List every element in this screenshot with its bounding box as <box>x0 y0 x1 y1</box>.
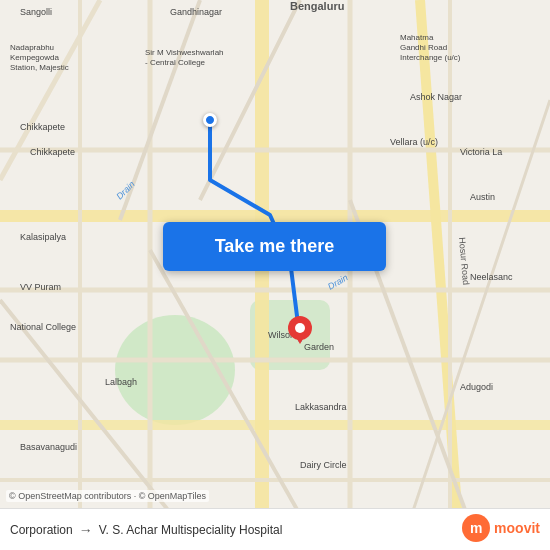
svg-text:Mahatma: Mahatma <box>400 33 434 42</box>
svg-text:Ashok Nagar: Ashok Nagar <box>410 92 462 102</box>
moovit-icon: m <box>462 514 490 542</box>
svg-rect-6 <box>0 420 550 430</box>
svg-text:Gandhi Road: Gandhi Road <box>400 43 447 52</box>
map-svg: Drain Drain Sangolli Gandhinagar Bengalu… <box>0 0 550 550</box>
route-to: V. S. Achar Multispeciality Hospital <box>99 523 283 537</box>
svg-text:- Central College: - Central College <box>145 58 206 67</box>
svg-text:Neelasanc: Neelasanc <box>470 272 513 282</box>
map-container: Drain Drain Sangolli Gandhinagar Bengalu… <box>0 0 550 550</box>
destination-marker <box>288 316 312 344</box>
svg-text:Lakkasandra: Lakkasandra <box>295 402 347 412</box>
svg-text:Chikkapete: Chikkapete <box>30 147 75 157</box>
svg-text:Sir M Vishweshwarlah: Sir M Vishweshwarlah <box>145 48 224 57</box>
svg-text:Interchange (u/c): Interchange (u/c) <box>400 53 461 62</box>
svg-text:Bengaluru: Bengaluru <box>290 0 344 12</box>
svg-text:Kempegowda: Kempegowda <box>10 53 59 62</box>
svg-text:Gandhinagar: Gandhinagar <box>170 7 222 17</box>
take-me-there-button[interactable]: Take me there <box>163 222 386 271</box>
svg-text:Chikkapete: Chikkapete <box>20 122 65 132</box>
svg-text:Kalasipalya: Kalasipalya <box>20 232 66 242</box>
map-attribution: © OpenStreetMap contributors · © OpenMap… <box>6 490 209 502</box>
svg-rect-3 <box>0 210 550 222</box>
route-arrow: → <box>79 522 93 538</box>
svg-text:VV Puram: VV Puram <box>20 282 61 292</box>
svg-text:Vellara (u/c): Vellara (u/c) <box>390 137 438 147</box>
svg-text:Sangolli: Sangolli <box>20 7 52 17</box>
moovit-brand-name: moovit <box>494 520 540 536</box>
bottom-bar: Corporation → V. S. Achar Multispecialit… <box>0 508 550 550</box>
route-info: Corporation → V. S. Achar Multispecialit… <box>10 522 540 538</box>
moovit-logo: m moovit <box>462 514 540 542</box>
svg-text:Basavanagudi: Basavanagudi <box>20 442 77 452</box>
svg-text:Lalbagh: Lalbagh <box>105 377 137 387</box>
origin-marker <box>203 113 217 127</box>
route-from: Corporation <box>10 523 73 537</box>
svg-text:Dairy Circle: Dairy Circle <box>300 460 347 470</box>
svg-text:Victoria La: Victoria La <box>460 147 502 157</box>
svg-text:Station, Majestic: Station, Majestic <box>10 63 69 72</box>
svg-text:Austin: Austin <box>470 192 495 202</box>
svg-text:National College: National College <box>10 322 76 332</box>
svg-text:Adugodi: Adugodi <box>460 382 493 392</box>
svg-point-54 <box>295 323 305 333</box>
svg-text:Nadaprabhu: Nadaprabhu <box>10 43 54 52</box>
